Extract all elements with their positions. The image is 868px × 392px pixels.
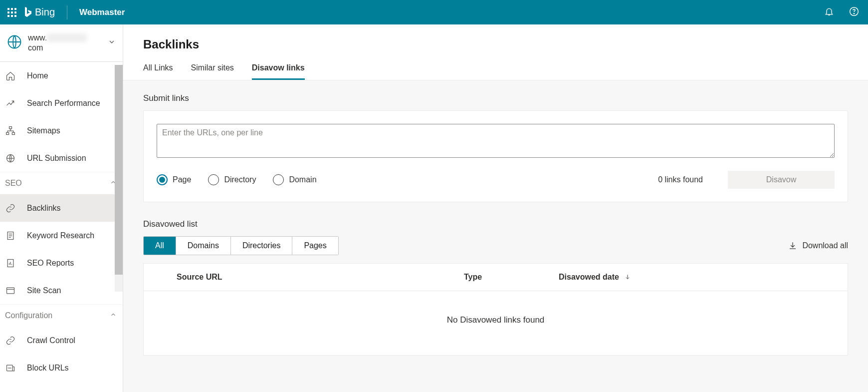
radio-icon: [273, 174, 284, 185]
pill-domains[interactable]: Domains: [176, 237, 231, 255]
site-picker[interactable]: www.xxxxxxxxxx com: [0, 24, 123, 62]
sidebar-item-home[interactable]: Home: [0, 62, 123, 89]
site-name: www.xxxxxxxxxx com: [28, 33, 87, 53]
chevron-up-icon: [110, 311, 117, 320]
document-icon: [5, 230, 16, 241]
sidebar-item-label: Site Scan: [27, 286, 61, 295]
sidebar-item-site-scan[interactable]: Site Scan: [0, 277, 123, 304]
download-all-button[interactable]: Download all: [788, 241, 848, 250]
svg-point-10: [854, 13, 854, 13]
globe-small-icon: [5, 153, 16, 164]
sidebar-item-search-performance[interactable]: Search Performance: [0, 89, 123, 117]
radio-icon: [208, 174, 219, 185]
radio-label: Domain: [289, 175, 316, 184]
links-found-text: 0 links found: [658, 175, 703, 184]
sidebar-item-label: Block URLs: [27, 364, 69, 373]
radio-label: Directory: [224, 175, 256, 184]
col-source-url[interactable]: Source URL: [155, 273, 464, 282]
sidebar-section-seo[interactable]: SEO: [0, 172, 123, 194]
submit-links-label: Submit links: [143, 93, 848, 103]
sidebar-item-label: Backlinks: [27, 204, 61, 213]
svg-rect-0: [7, 8, 9, 10]
bing-label: Bing: [35, 6, 55, 18]
pill-all[interactable]: All: [144, 237, 176, 255]
sidebar-item-label: Search Performance: [27, 99, 100, 108]
sidebar-section-label: SEO: [5, 179, 22, 188]
help-button[interactable]: [849, 6, 859, 18]
radio-domain[interactable]: Domain: [273, 174, 316, 185]
sidebar-item-label: Crawl Control: [27, 336, 75, 345]
svg-rect-5: [14, 11, 16, 13]
download-all-label: Download all: [802, 241, 848, 250]
link-icon: [5, 203, 16, 214]
tab-similar-sites[interactable]: Similar sites: [191, 63, 234, 80]
tabs: All Links Similar sites Disavow links: [143, 63, 868, 80]
sidebar-item-block-urls[interactable]: Block URLs: [0, 354, 123, 382]
brand-block: Bing Webmaster: [24, 5, 125, 19]
waffle-icon: [7, 8, 16, 17]
filter-pills: All Domains Directories Pages: [143, 236, 339, 255]
app-launcher-button[interactable]: [0, 8, 24, 17]
top-header: Bing Webmaster: [0, 0, 868, 24]
empty-state: No Disavowed links found: [144, 291, 848, 355]
svg-rect-7: [11, 15, 13, 17]
svg-rect-14: [12, 132, 14, 134]
home-icon: [5, 70, 16, 81]
sidebar-section-label: Configuration: [5, 311, 52, 320]
col-type[interactable]: Type: [464, 273, 559, 282]
radio-label: Page: [173, 175, 191, 184]
svg-rect-4: [11, 11, 13, 13]
page-title: Backlinks: [143, 37, 868, 51]
report-icon: [5, 258, 16, 269]
submit-links-card: Page Directory Domain 0 links found Disa…: [143, 110, 848, 202]
pill-directories[interactable]: Directories: [231, 237, 292, 255]
block-icon: [5, 363, 16, 374]
sidebar-item-crawl-control[interactable]: Crawl Control: [0, 327, 123, 354]
disavowed-list-label: Disavowed list: [143, 219, 848, 229]
page-header: Backlinks All Links Similar sites Disavo…: [123, 24, 868, 80]
tab-disavow-links[interactable]: Disavow links: [252, 63, 305, 80]
globe-icon: [7, 34, 22, 51]
sort-down-icon: [624, 274, 631, 281]
tab-all-links[interactable]: All Links: [143, 63, 173, 80]
radio-icon: [157, 174, 168, 185]
pill-pages[interactable]: Pages: [292, 237, 338, 255]
sidebar-item-url-submission[interactable]: URL Submission: [0, 144, 123, 172]
sidebar-item-keyword-research[interactable]: Keyword Research: [0, 222, 123, 249]
svg-rect-1: [11, 8, 13, 10]
brand-separator: [67, 5, 67, 19]
disavow-button[interactable]: Disavow: [728, 171, 835, 189]
svg-rect-3: [7, 11, 9, 13]
sidebar-item-label: Home: [27, 71, 48, 80]
notifications-button[interactable]: [824, 6, 834, 18]
sidebar-item-label: Keyword Research: [27, 231, 94, 240]
sidebar-scrollbar-thumb[interactable]: [115, 65, 123, 275]
scan-icon: [5, 285, 16, 296]
col-disavowed-date[interactable]: Disavowed date: [559, 273, 631, 282]
sidebar-item-seo-reports[interactable]: SEO Reports: [0, 249, 123, 277]
help-icon: [849, 6, 859, 16]
urls-textarea[interactable]: [157, 124, 835, 158]
trend-icon: [5, 98, 16, 109]
sitemap-icon: [5, 125, 16, 136]
radio-directory[interactable]: Directory: [208, 174, 256, 185]
svg-rect-6: [7, 15, 9, 17]
chevron-down-icon: [108, 38, 116, 48]
sidebar-item-label: Sitemaps: [27, 126, 60, 135]
bing-logo[interactable]: Bing: [24, 6, 55, 18]
svg-rect-2: [14, 8, 16, 10]
table-header: Source URL Type Disavowed date: [144, 264, 848, 291]
bing-icon: [24, 7, 32, 18]
app-name: Webmaster: [79, 7, 125, 17]
svg-rect-12: [9, 126, 12, 128]
sidebar-item-sitemaps[interactable]: Sitemaps: [0, 117, 123, 144]
sidebar-item-backlinks[interactable]: Backlinks: [0, 194, 123, 222]
sidebar-item-label: URL Submission: [27, 154, 86, 163]
main-area: Backlinks All Links Similar sites Disavo…: [123, 24, 868, 392]
svg-rect-8: [14, 15, 16, 17]
disavowed-table: Source URL Type Disavowed date No Disavo…: [143, 263, 848, 356]
radio-page[interactable]: Page: [157, 174, 191, 185]
sidebar-section-configuration[interactable]: Configuration: [0, 304, 123, 327]
svg-rect-18: [7, 288, 14, 294]
bell-icon: [824, 6, 834, 16]
